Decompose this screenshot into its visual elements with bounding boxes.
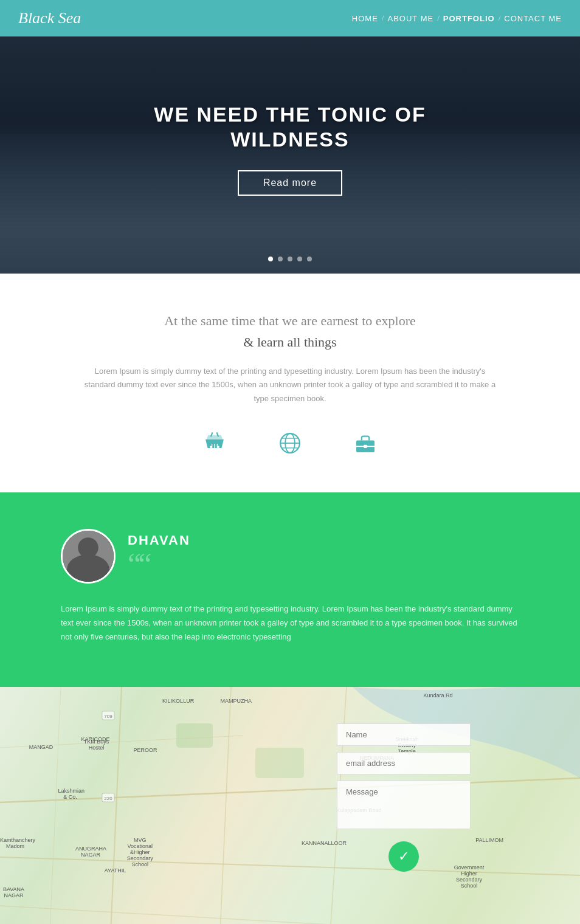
svg-rect-26 [255, 748, 304, 778]
nav-portfolio[interactable]: PORTFOLIO [443, 14, 495, 23]
site-header: Black Sea HOME / ABOUT ME / PORTFOLIO / … [0, 0, 580, 36]
map-label-anugraha: ANUGRAHA NAGAR [75, 846, 106, 858]
dot-1[interactable] [268, 257, 273, 261]
svg-point-12 [71, 565, 105, 582]
svg-text:220: 220 [104, 796, 112, 801]
svg-line-19 [49, 687, 61, 924]
intro-text: Lorem Ipsum is simply dummy text of the … [83, 365, 497, 405]
submit-button[interactable]: ✓ [388, 841, 419, 872]
avatar [61, 529, 116, 584]
map-label-kamthanchery: Kamthanchery Madom [0, 837, 30, 849]
map-label-ayathil: AYATHIL [105, 867, 126, 874]
map-label-bavana: BAVANA NAGAR [0, 886, 27, 898]
map-label-mampuzha: MAMPUZHA [221, 698, 252, 704]
globe-icon [277, 430, 303, 462]
dot-3[interactable] [288, 257, 292, 261]
map-label-pallimom: PALLIMOM [475, 837, 503, 843]
hero-content: WE NEED THE TONIC OF WILDNESS Read more [154, 102, 426, 196]
basket-icon [201, 430, 228, 462]
nav-home[interactable]: HOME [352, 14, 378, 23]
email-input[interactable] [337, 752, 471, 774]
map-label-mangad: MANGAD [29, 744, 54, 750]
svg-text:709: 709 [104, 714, 112, 719]
intro-heading: At the same time that we are earnest to … [49, 310, 531, 353]
testimonial-name: DHAVAN [128, 533, 190, 548]
nav-sep-1: / [382, 13, 384, 23]
hero-section: WE NEED THE TONIC OF WILDNESS Read more [0, 36, 580, 274]
feature-icons [49, 430, 531, 462]
svg-line-16 [219, 687, 231, 924]
read-more-button[interactable]: Read more [238, 170, 342, 196]
testimonial-text: Lorem Ipsum is simply dummy text of the … [61, 602, 519, 644]
svg-line-14 [0, 857, 580, 875]
message-input[interactable] [337, 781, 471, 829]
svg-line-13 [0, 778, 580, 802]
map-label-tkm: TKM Boys Hostel [81, 739, 112, 751]
nav-about[interactable]: ABOUT ME [387, 14, 433, 23]
map-svg: 709 220 [0, 687, 580, 924]
map-label-kundara: Kundara Rd [423, 692, 452, 698]
map-label-mvg: MVG Vocational &Higher Secondary School [122, 837, 158, 867]
hero-dots [268, 257, 312, 261]
svg-rect-25 [176, 723, 213, 748]
testimonial-info: DHAVAN ““ [128, 533, 190, 579]
map-label-peroor: PEROOR [133, 747, 157, 753]
briefcase-icon [352, 430, 379, 462]
contact-form: ✓ [337, 723, 471, 872]
site-logo: Black Sea [18, 9, 81, 27]
dot-2[interactable] [278, 257, 283, 261]
testimonial-header: DHAVAN ““ [61, 529, 519, 584]
hero-title: WE NEED THE TONIC OF WILDNESS [154, 102, 426, 152]
svg-line-15 [109, 687, 122, 924]
map-label-kilikollur: KILIKOLLUR [162, 698, 194, 704]
name-input[interactable] [337, 723, 471, 746]
nav-contact[interactable]: CONTACT ME [504, 14, 562, 23]
main-nav: HOME / ABOUT ME / PORTFOLIO / CONTACT ME [352, 13, 562, 23]
quote-marks: ““ [128, 549, 190, 579]
nav-sep-3: / [499, 13, 501, 23]
nav-sep-2: / [437, 13, 440, 23]
svg-point-11 [78, 537, 98, 558]
testimonial-section: DHAVAN ““ Lorem Ipsum is simply dummy te… [0, 492, 580, 687]
dot-5[interactable] [307, 257, 312, 261]
dot-4[interactable] [297, 257, 302, 261]
svg-line-20 [0, 906, 426, 924]
contact-section: 709 220 KILIKOLLUR MAMPUZHA Kundara Rd K… [0, 687, 580, 924]
map-label-lakshmian: Lakshmian & Co. [58, 788, 82, 800]
svg-rect-9 [364, 444, 367, 447]
intro-section: At the same time that we are earnest to … [0, 274, 580, 492]
